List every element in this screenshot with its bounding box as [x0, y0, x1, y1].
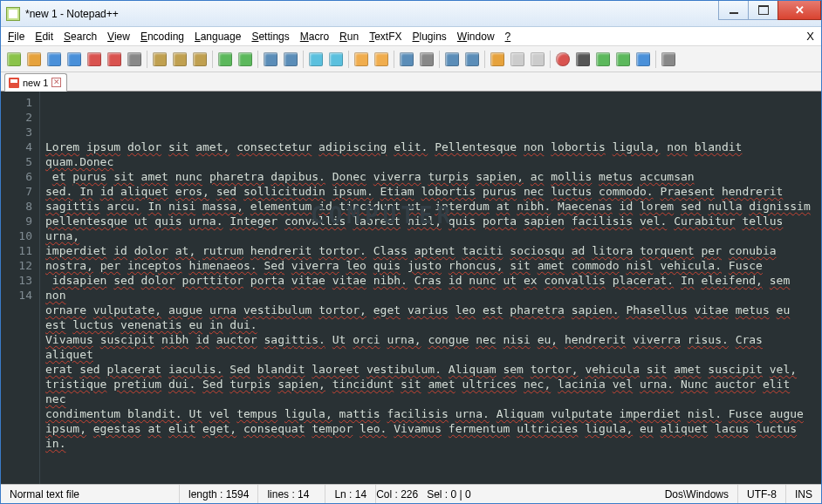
record-icon[interactable] [553, 50, 572, 69]
line-gutter: 1234567891011121314 [1, 92, 40, 484]
menu-macro[interactable]: Macro [300, 31, 329, 43]
save-macro-icon[interactable] [634, 50, 653, 69]
unsaved-indicator-icon [9, 78, 19, 88]
paste-icon[interactable] [190, 50, 209, 69]
code-line[interactable]: tristique pretium dui. Sed turpis sapien… [45, 377, 816, 406]
code-line[interactable]: pellentesque ut quis urna. Integer conva… [45, 214, 816, 243]
menu-textfx[interactable]: TextFX [369, 31, 401, 43]
sync-h-icon[interactable] [372, 50, 391, 69]
menu-language[interactable]: Language [195, 31, 241, 43]
new-file-icon[interactable] [4, 50, 24, 69]
app-window: *new 1 - Notepad++ FileEditSearchViewEnc… [0, 0, 822, 504]
sync-v-icon[interactable] [352, 50, 371, 69]
status-col: Col : 226 [376, 485, 427, 503]
toolbar-separator [303, 51, 304, 68]
code-line[interactable]: Lorem ipsum dolor sit amet, consectetur … [45, 140, 816, 169]
code-line[interactable]: condimentum blandit. Ut vel tempus ligul… [45, 406, 816, 451]
window-title: *new 1 - Notepad++ [25, 8, 718, 20]
editor[interactable]: 1234567891011121314 COMPUTER Lorem ipsum… [1, 92, 821, 484]
spellcheck-icon[interactable] [659, 50, 678, 69]
code-line[interactable]: imperdiet id dolor at, rutrum hendrerit … [45, 243, 816, 258]
code-area[interactable]: COMPUTER Lorem ipsum dolor sit amet, con… [40, 92, 821, 484]
menu-run[interactable]: Run [339, 31, 359, 43]
menu-edit[interactable]: Edit [35, 31, 53, 43]
replace-icon[interactable] [281, 50, 300, 69]
zoom-in-icon[interactable] [306, 50, 325, 69]
tab-label: new 1 [23, 78, 48, 88]
status-encoding: UTF-8 [738, 485, 786, 503]
maximize-button[interactable] [748, 1, 777, 20]
code-line[interactable]: ornare vulputate, augue urna vestibulum … [45, 303, 816, 317]
menu-settings[interactable]: Settings [251, 31, 289, 43]
menu-help[interactable]: ? [505, 31, 511, 43]
status-insert-mode: INS [786, 485, 821, 503]
tab-close-icon[interactable] [51, 78, 61, 87]
menu-plugins[interactable]: Plugins [412, 31, 446, 43]
code-line[interactable]: erat sed placerat iaculis. Sed blandit l… [45, 362, 816, 377]
menu-view[interactable]: View [107, 31, 130, 43]
redo-icon[interactable] [236, 50, 255, 69]
toolbar-separator [257, 51, 258, 68]
indent-icon[interactable] [442, 50, 462, 69]
code-line[interactable]: est luctus venenatis eu in dui. [45, 317, 816, 332]
doc-icon[interactable] [508, 50, 527, 69]
app-icon [6, 7, 20, 21]
zoom-out-icon[interactable] [326, 50, 346, 69]
window-controls [718, 1, 821, 26]
code-line[interactable]: idsapien sed dolor porttitor porta vitae… [45, 273, 816, 303]
open-file-icon[interactable] [24, 50, 44, 69]
function-list-icon[interactable] [528, 50, 547, 69]
tab-new-1[interactable]: new 1 [4, 73, 67, 92]
status-ln: Ln : 14 [325, 485, 376, 503]
toolbar-separator [550, 51, 551, 68]
menu-window[interactable]: Window [457, 31, 495, 43]
toolbar-separator [484, 51, 485, 68]
toolbar-separator [348, 51, 349, 68]
code-line[interactable]: Vivamus suscipit nibh id auctor sagittis… [45, 332, 816, 362]
folder-icon[interactable] [488, 50, 507, 69]
save-icon[interactable] [45, 50, 64, 69]
copy-icon[interactable] [170, 50, 189, 69]
status-length: length : 1594 [180, 485, 258, 503]
whitespace-icon[interactable] [417, 50, 436, 69]
toolbar-separator [655, 51, 656, 68]
toolbar-separator [394, 51, 394, 68]
menubar-close-x[interactable]: X [806, 30, 814, 43]
close-icon[interactable] [85, 50, 104, 69]
menu-search[interactable]: Search [64, 31, 97, 43]
titlebar[interactable]: *new 1 - Notepad++ [1, 1, 821, 27]
toolbar [1, 46, 821, 72]
status-lines: lines : 14 [258, 485, 318, 503]
toolbar-separator [147, 51, 147, 68]
undo-icon[interactable] [216, 50, 235, 69]
outdent-icon[interactable] [462, 50, 482, 69]
play-icon[interactable] [593, 50, 613, 69]
minimize-button[interactable] [718, 1, 748, 20]
code-line[interactable]: nostra, per inceptos himenaeos. Sed vive… [45, 258, 816, 273]
status-sel: Sel : 0 | 0 [427, 485, 479, 503]
tabstrip: new 1 [1, 72, 821, 92]
menubar: FileEditSearchViewEncodingLanguageSettin… [1, 27, 821, 46]
code-line[interactable]: et purus sit amet nunc pharetra dapibus.… [45, 169, 816, 184]
stop-icon[interactable] [573, 50, 593, 69]
statusbar: Normal text file length : 1594 lines : 1… [1, 484, 821, 503]
status-eol: Dos\Windows [656, 485, 738, 503]
play-multi-icon[interactable] [613, 50, 633, 69]
close-button[interactable] [777, 1, 821, 20]
menu-file[interactable]: File [8, 31, 24, 43]
find-icon[interactable] [261, 50, 280, 69]
code-line[interactable]: sed. In id aliquet eros, sed sollicitudi… [45, 184, 816, 199]
code-line[interactable]: sagittis arcu. In nisi massa, elementum … [45, 199, 816, 214]
toolbar-separator [212, 51, 213, 68]
save-all-icon[interactable] [65, 50, 84, 69]
status-filetype: Normal text file [1, 485, 180, 503]
toolbar-separator [439, 51, 440, 68]
menu-encoding[interactable]: Encoding [140, 31, 184, 43]
print-icon[interactable] [125, 50, 144, 69]
cut-icon[interactable] [150, 50, 169, 69]
wordwrap-icon[interactable] [397, 50, 416, 69]
close-all-icon[interactable] [105, 50, 124, 69]
